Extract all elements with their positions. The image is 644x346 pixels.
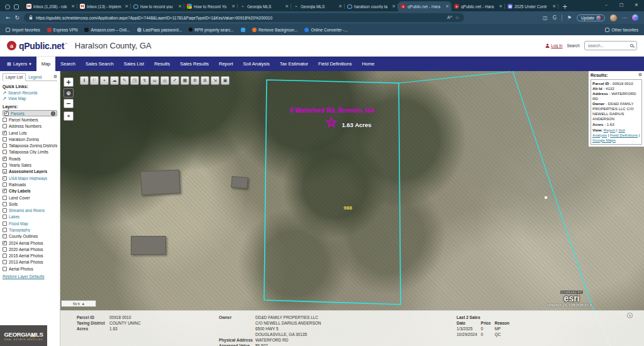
nav-item-results[interactable]: Results [149, 57, 175, 71]
favorite-item[interactable]: RPR property searc... [189, 28, 234, 32]
minimize-icon[interactable]: – [599, 0, 614, 11]
expand-icon[interactable]: + [3, 169, 7, 174]
url-field[interactable]: https://qpublic.schneidercorp.com/Applic… [24, 13, 464, 22]
close-panel-icon[interactable]: ✕ [627, 313, 633, 318]
favorite-item[interactable]: Amazon.com – Onli... [84, 28, 130, 32]
read-aloud-icon[interactable]: Aᴬ [447, 15, 452, 20]
checkbox-unchecked[interactable] [3, 118, 7, 122]
tab-close-icon[interactable]: × [499, 4, 502, 9]
nav-item-home[interactable]: Home [357, 57, 379, 71]
nav-item-report[interactable]: Report [214, 57, 238, 71]
refresh-icon[interactable]: ↻ [15, 14, 20, 21]
settings-button[interactable]: ⚙ [191, 76, 199, 85]
favorites-pin-icon[interactable]: ⚑ [567, 15, 572, 21]
checkbox-unchecked[interactable] [3, 137, 7, 142]
tab-close-icon[interactable]: × [71, 4, 75, 9]
update-button[interactable]: Update [577, 14, 605, 21]
full-extent-globe-button[interactable]: ⊕ [64, 88, 74, 98]
layer-row-haralson-zoning[interactable]: Haralson Zoning [3, 136, 57, 142]
header-search-input[interactable] [588, 43, 630, 48]
checkbox-checked[interactable]: ✓ [3, 241, 7, 245]
quick-link-search-records[interactable]: Search Records [3, 90, 57, 96]
checkbox-checked[interactable]: ✓ [3, 189, 7, 193]
browser-tab[interactable]: Georgia MLS× [238, 1, 291, 11]
nav-item-soil-analysis[interactable]: Soil Analysis [238, 57, 275, 71]
layer-row-usa-major-highways[interactable]: ✓USA Major Highways [3, 175, 57, 181]
find-button[interactable]: ◎ [160, 76, 169, 85]
checkbox-unchecked[interactable] [3, 221, 7, 226]
layer-row-topography[interactable]: Topography [3, 226, 57, 233]
tab-close-icon[interactable]: × [445, 4, 449, 9]
layer-row-land-cover[interactable]: Land Cover [3, 194, 57, 201]
nav-item-sales-search[interactable]: Sales Search [80, 57, 119, 71]
markup-button[interactable]: ✐ [170, 76, 179, 85]
results-settings-icon[interactable]: ⚙ [638, 72, 642, 77]
save-button[interactable]: ▣ [221, 76, 230, 85]
layer-row-roads[interactable]: ✓Roads [3, 155, 57, 162]
search-icon[interactable] [630, 44, 633, 47]
login-link[interactable]: Log In [545, 43, 562, 48]
map-viewport[interactable]: 0 Waterford Rd, Bremen, GA 1.63 Acres 98… [60, 71, 644, 346]
layer-row-railroads[interactable]: Railroads [3, 181, 57, 187]
checkbox-unchecked[interactable] [3, 260, 7, 264]
browser-tab[interactable]: qPublic.net - Hara× [452, 1, 505, 11]
tab-close-icon[interactable]: × [231, 4, 235, 9]
layer-row-streams-and-rivers[interactable]: Streams and Rivers [3, 207, 57, 213]
layer-row-2024-aerial-photos[interactable]: ✓2024 Aerial Photos [3, 240, 57, 246]
nav-item-layers[interactable]: ▤Layers▾ [2, 57, 36, 71]
more-menu-icon[interactable]: ⋯ [622, 15, 627, 21]
tab-close-icon[interactable]: × [392, 4, 396, 9]
favorite-item[interactable]: Import favorites [6, 28, 40, 32]
tab-close-icon[interactable]: × [338, 4, 342, 9]
checkbox-unchecked[interactable] [3, 228, 7, 232]
browser-tab[interactable]: haralson county ta× [345, 1, 398, 11]
checkbox-unchecked[interactable] [3, 208, 7, 213]
favorite-item[interactable] [241, 28, 245, 32]
zoom-out-button[interactable]: − [64, 99, 74, 108]
tab-close-icon[interactable]: × [285, 4, 289, 9]
pan-button[interactable]: ⚐ [90, 76, 99, 85]
checkbox-unchecked[interactable] [3, 247, 7, 252]
restore-layer-defaults-link[interactable]: Restore Layer Defaults [3, 274, 57, 279]
nav-item-field-definitions[interactable]: Field Definitions [313, 57, 357, 71]
tab-close-icon[interactable]: × [125, 4, 128, 9]
layer-row-assessment-layers[interactable]: +Assessment Layers [3, 169, 57, 175]
checkbox-unchecked[interactable] [3, 215, 7, 219]
browser-tab[interactable]: 2025 Under Contr× [505, 1, 558, 11]
identify-button[interactable]: ℹ [80, 76, 89, 85]
checkbox-checked[interactable]: ✓ [3, 157, 7, 161]
checkbox-checked[interactable]: ✓ [3, 176, 7, 181]
layer-row-parcel-numbers[interactable]: Parcel Numbers [3, 116, 57, 123]
favorite-item[interactable]: Remove Backgroun... [252, 28, 298, 32]
nav-item-sales-results[interactable]: Sales Results [175, 57, 214, 71]
favorite-star-icon[interactable]: ☆ [455, 15, 459, 20]
nav-item-tax-estimator[interactable]: Tax Estimator [275, 57, 313, 71]
measure-area-button[interactable]: ◳ [130, 76, 139, 85]
maximize-icon[interactable]: □ [614, 0, 629, 11]
export-button[interactable]: ⇲ [211, 76, 219, 85]
checkbox-unchecked[interactable] [3, 254, 7, 258]
layer-row-lakes[interactable]: Lakes [3, 214, 57, 220]
view-link-report[interactable]: Report [604, 128, 616, 132]
checkbox-unchecked[interactable] [3, 196, 7, 200]
checkbox-unchecked[interactable] [3, 163, 7, 167]
pan-locate-button[interactable]: ⌖ [64, 111, 74, 121]
layer-row-2020-aerial-photos[interactable]: 2020 Aerial Photos [3, 246, 57, 252]
view-link-google-maps[interactable]: Google Maps [592, 138, 616, 142]
favorite-item[interactable]: Online Converter -... [304, 28, 348, 32]
nav-item-search[interactable]: Search [55, 57, 80, 71]
tab-close-icon[interactable]: × [178, 4, 182, 9]
layer-row-tallapoosa-zoning-districts[interactable]: Tallapoosa Zoning Districts [3, 142, 57, 148]
layer-row-aerial-photos[interactable]: Aerial Photos [3, 265, 57, 272]
checkbox-unchecked[interactable] [3, 202, 7, 206]
profile-avatar[interactable] [610, 14, 617, 21]
overview-button[interactable]: ☁ [110, 76, 119, 85]
workspaces-icon[interactable] [5, 4, 10, 9]
layer-row-address-numbers[interactable]: Address Numbers [3, 123, 57, 130]
view-link-field-definitions[interactable]: Field Definitions [610, 133, 638, 137]
layer-row-parcels[interactable]: ✓Parcelsi [3, 110, 57, 116]
layer-row-2015-aerial-photos[interactable]: 2015 Aerial Photos [3, 253, 57, 259]
layer-row-land-lots[interactable]: ✓Land Lots [3, 130, 57, 136]
tab-close-icon[interactable]: × [552, 4, 556, 9]
results-record[interactable]: Parcel ID - 00918 0010Alt Id - 4132Addre… [591, 79, 642, 145]
